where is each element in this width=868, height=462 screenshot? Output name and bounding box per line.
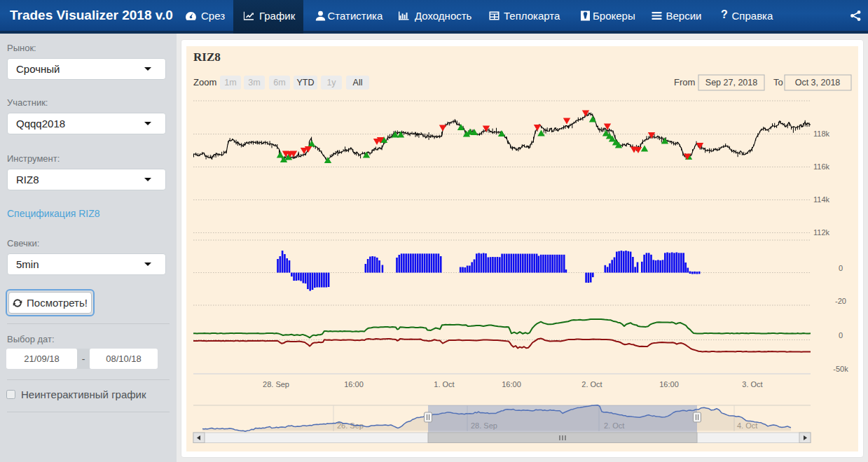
svg-text:-50k: -50k xyxy=(833,365,848,373)
svg-text:118k: 118k xyxy=(813,130,830,138)
svg-text:2. Oct: 2. Oct xyxy=(581,380,602,388)
svg-text:28. Sep: 28. Sep xyxy=(263,380,289,388)
svg-text:114k: 114k xyxy=(813,195,830,204)
svg-text:0: 0 xyxy=(839,331,843,340)
svg-text:1. Oct: 1. Oct xyxy=(434,380,454,388)
svg-text:Sep 27, 2018: Sep 27, 2018 xyxy=(705,78,757,88)
svg-text:16:00: 16:00 xyxy=(502,380,521,388)
svg-text:Oct 3, 2018: Oct 3, 2018 xyxy=(795,78,841,88)
svg-text:To: To xyxy=(773,77,783,88)
svg-text:All: All xyxy=(353,78,363,88)
svg-text:1m: 1m xyxy=(224,78,236,88)
svg-text:3. Oct: 3. Oct xyxy=(742,380,762,388)
svg-text:116k: 116k xyxy=(813,162,830,171)
svg-text:0: 0 xyxy=(839,264,843,272)
svg-text:RIZ8: RIZ8 xyxy=(193,50,221,64)
svg-text:YTD: YTD xyxy=(297,78,315,88)
svg-text:112k: 112k xyxy=(813,228,830,237)
svg-text:From: From xyxy=(674,77,695,88)
svg-text:3m: 3m xyxy=(248,78,260,88)
svg-text:Zoom: Zoom xyxy=(193,77,216,88)
svg-text:1y: 1y xyxy=(326,78,336,88)
svg-text:-20: -20 xyxy=(835,297,846,305)
svg-text:16:00: 16:00 xyxy=(344,380,364,388)
svg-text:16:00: 16:00 xyxy=(659,380,679,388)
svg-text:6m: 6m xyxy=(273,78,285,88)
